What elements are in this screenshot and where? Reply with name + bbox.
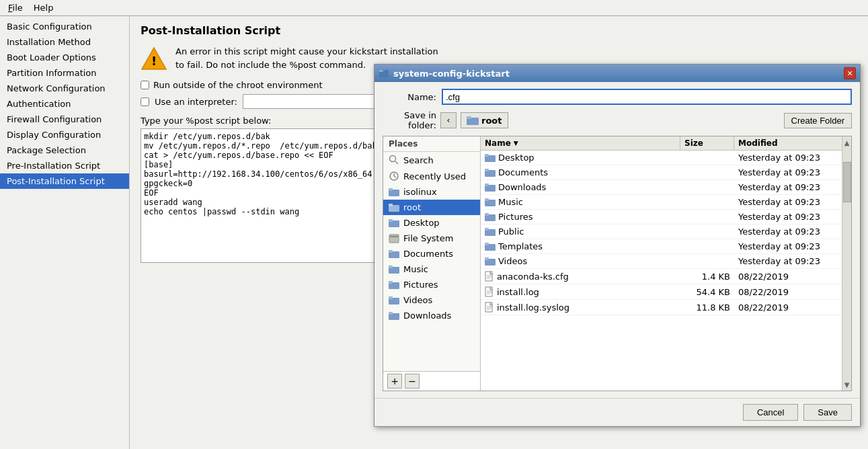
places-item-root[interactable]: root — [383, 200, 480, 215]
interpreter-checkbox[interactable] — [141, 97, 149, 106]
current-folder-button[interactable]: root — [461, 112, 508, 128]
files-col-size[interactable]: Size — [680, 136, 734, 150]
places-downloads-label: Downloads — [403, 311, 451, 321]
name-input[interactable] — [442, 89, 852, 105]
places-item-downloads[interactable]: Downloads — [383, 308, 480, 323]
file-row[interactable]: Downloads Yesterday at 09:23 — [481, 180, 842, 195]
places-item-music[interactable]: Music — [383, 261, 480, 277]
dialog-title-left: system-config-kickstart — [379, 68, 510, 79]
recently-used-icon — [389, 171, 399, 181]
save-in-label: Save in folder: — [383, 110, 436, 130]
dialog-close-button[interactable]: ✕ — [844, 67, 856, 79]
chroot-label: Run outside of the chroot environment — [153, 80, 323, 90]
places-item-recently-used[interactable]: Recently Used — [383, 168, 480, 184]
places-isolinux-label: isolinux — [403, 187, 437, 197]
scrollbar-thumb[interactable] — [843, 162, 851, 202]
file-row[interactable]: Videos Yesterday at 09:23 — [481, 254, 842, 269]
sidebar-item-post-installation-script[interactable]: Post-Installation Script — [0, 173, 129, 189]
svg-rect-34 — [485, 183, 489, 186]
svg-rect-26 — [389, 296, 393, 299]
back-button[interactable]: ‹ — [440, 112, 457, 128]
search-place-icon — [389, 155, 399, 165]
desktop-folder-icon — [389, 218, 399, 228]
menu-file[interactable]: File — [3, 1, 28, 14]
file-row[interactable]: Music Yesterday at 09:23 — [481, 195, 842, 210]
scroll-down-button[interactable]: ▼ — [842, 378, 851, 391]
create-folder-button[interactable]: Create Folder — [784, 113, 852, 128]
file-row[interactable]: install.log 54.4 KB 08/22/2019 — [481, 284, 842, 300]
places-item-search[interactable]: Search — [383, 152, 480, 168]
chroot-checkbox[interactable] — [141, 81, 149, 89]
file-row[interactable]: Templates Yesterday at 09:23 — [481, 239, 842, 254]
svg-rect-38 — [485, 213, 489, 216]
sidebar-item-boot-loader-options[interactable]: Boot Loader Options — [0, 50, 129, 65]
sidebar-item-authentication[interactable]: Authentication — [0, 96, 129, 112]
menu-bar: File Help — [0, 0, 868, 16]
folder-icon — [485, 257, 496, 266]
places-panel: Places Search — [383, 136, 481, 371]
videos-folder-icon — [389, 296, 399, 305]
save-button[interactable]: Save — [803, 404, 852, 421]
dialog-title-text: system-config-kickstart — [393, 69, 510, 79]
file-row[interactable]: Pictures Yesterday at 09:23 — [481, 210, 842, 225]
sidebar-item-display-configuration[interactable]: Display Configuration — [0, 127, 129, 142]
file-dialog: system-config-kickstart ✕ Name: Save in … — [374, 64, 861, 427]
file-name-cell: Templates — [481, 239, 680, 253]
sidebar-item-firewall-configuration[interactable]: Firewall Configuration — [0, 112, 129, 127]
sidebar-item-basic-configuration[interactable]: Basic Configuration — [0, 19, 129, 34]
file-name-cell: Videos — [481, 254, 680, 268]
file-size-cell — [680, 186, 734, 190]
places-item-videos[interactable]: Videos — [383, 292, 480, 308]
places-item-desktop[interactable]: Desktop — [383, 215, 480, 231]
file-modified-cell: Yesterday at 09:23 — [734, 195, 842, 209]
file-row[interactable]: install.log.syslog 11.8 KB 08/22/2019 — [481, 300, 842, 315]
svg-rect-18 — [390, 236, 398, 237]
svg-rect-3 — [379, 70, 383, 72]
files-panel: Name ▼ Size Modified Desktop Yesterday a… — [481, 136, 842, 391]
file-modified-cell: Yesterday at 09:23 — [734, 254, 842, 268]
scroll-up-button[interactable]: ▲ — [842, 136, 851, 149]
sidebar-item-package-selection[interactable]: Package Selection — [0, 142, 129, 158]
file-modified-cell: 08/22/2019 — [734, 300, 842, 315]
files-col-name[interactable]: Name ▼ — [481, 136, 680, 150]
music-folder-icon — [389, 265, 399, 274]
file-row[interactable]: Desktop Yesterday at 09:23 — [481, 151, 842, 165]
sidebar-item-pre-installation-script[interactable]: Pre-Installation Script — [0, 158, 129, 173]
places-item-isolinux[interactable]: isolinux — [383, 184, 480, 200]
places-pictures-label: Pictures — [403, 280, 438, 290]
file-browser: Places Search — [383, 136, 852, 391]
places-add-button[interactable]: + — [387, 374, 402, 389]
root-folder-icon — [389, 203, 399, 212]
file-size-cell — [680, 171, 734, 175]
places-remove-button[interactable]: − — [405, 374, 420, 389]
svg-line-7 — [395, 161, 398, 164]
folder-icon — [485, 227, 496, 237]
places-item-file-system[interactable]: File System — [383, 231, 480, 246]
file-row[interactable]: anaconda-ks.cfg 1.4 KB 08/22/2019 — [481, 269, 842, 284]
sidebar-item-network-configuration[interactable]: Network Configuration — [0, 81, 129, 96]
file-modified-cell: 08/22/2019 — [734, 285, 842, 299]
svg-rect-5 — [467, 116, 471, 119]
folder-row: Save in folder: ‹ root Create Folder — [383, 110, 852, 130]
cancel-button[interactable]: Cancel — [743, 404, 798, 421]
svg-rect-40 — [485, 228, 489, 231]
documents-folder-icon — [389, 249, 399, 259]
current-folder-label: root — [481, 116, 502, 126]
places-root-label: root — [403, 202, 421, 212]
interpreter-input[interactable] — [243, 94, 377, 109]
places-item-documents[interactable]: Documents — [383, 246, 480, 261]
scrollbar[interactable]: ▲ ▼ — [842, 136, 851, 391]
sidebar-item-partition-information[interactable]: Partition Information — [0, 65, 129, 81]
file-icon — [485, 286, 494, 297]
warning-icon: ! — [141, 45, 167, 72]
menu-help[interactable]: Help — [28, 1, 59, 14]
file-row[interactable]: Documents Yesterday at 09:23 — [481, 165, 842, 180]
file-name-cell: Documents — [481, 165, 680, 179]
file-row[interactable]: Public Yesterday at 09:23 — [481, 225, 842, 239]
folder-icon — [467, 115, 479, 126]
places-item-pictures[interactable]: Pictures — [383, 277, 480, 292]
sidebar-item-installation-method[interactable]: Installation Method — [0, 34, 129, 50]
sidebar: Basic Configuration Installation Method … — [0, 16, 130, 449]
files-col-modified[interactable]: Modified — [734, 136, 842, 150]
svg-text:!: ! — [151, 54, 157, 68]
